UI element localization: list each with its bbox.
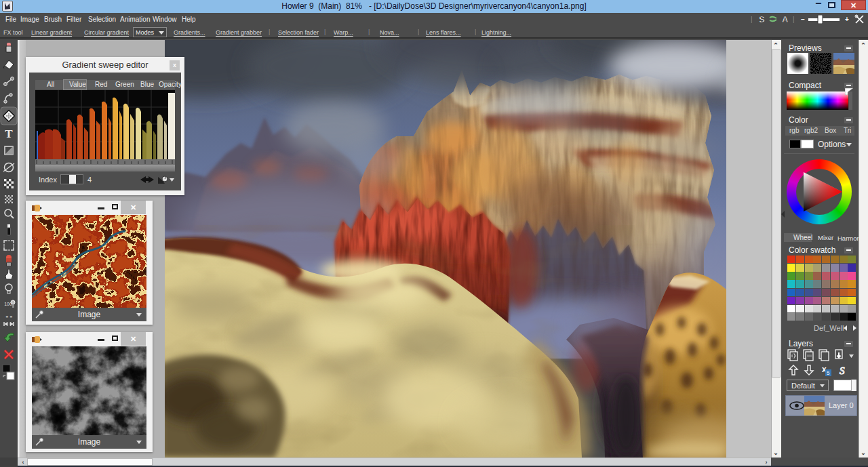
svg-text:S: S — [840, 365, 845, 376]
svg-text:A: A — [782, 14, 789, 24]
svg-text:5: 5 — [827, 370, 830, 376]
svg-text:T: T — [5, 127, 13, 140]
svg-text:-: - — [10, 313, 12, 319]
svg-text:S: S — [759, 14, 765, 24]
svg-text:-: - — [6, 313, 8, 319]
